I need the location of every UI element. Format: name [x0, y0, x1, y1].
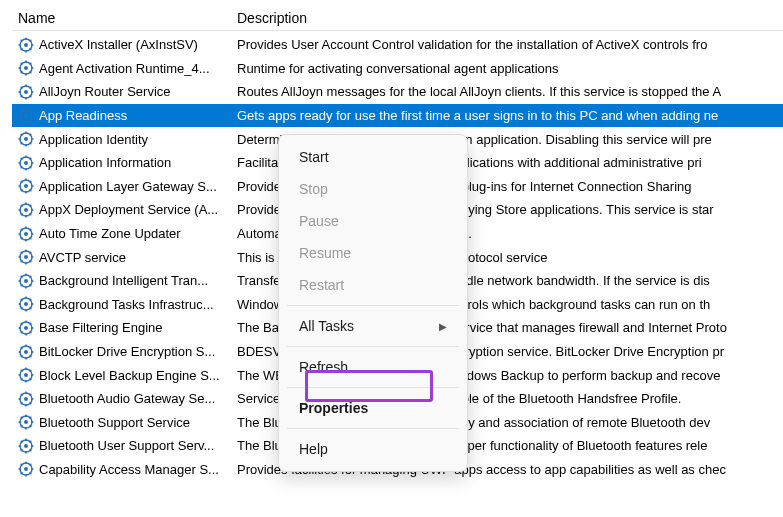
svg-point-81: [24, 232, 28, 236]
service-name-cell: Base Filtering Engine: [18, 320, 237, 336]
service-name-cell: Application Identity: [18, 131, 237, 147]
service-description-cell: Gets apps ready for use the first time a…: [237, 108, 783, 123]
service-name-cell: Block Level Backup Engine S...: [18, 367, 237, 383]
service-name-label: AVCTP service: [39, 250, 126, 265]
service-name-label: Application Identity: [39, 132, 148, 147]
context-menu: Start Stop Pause Resume Restart All Task…: [278, 134, 468, 472]
ctx-start[interactable]: Start: [279, 141, 467, 173]
ctx-all-tasks[interactable]: All Tasks ▶: [279, 310, 467, 342]
service-name-label: AppX Deployment Service (A...: [39, 202, 218, 217]
service-name-cell: AVCTP service: [18, 249, 237, 265]
gear-icon: [18, 60, 34, 76]
column-header-name[interactable]: Name: [12, 10, 237, 26]
service-name-cell: AppX Deployment Service (A...: [18, 202, 237, 218]
svg-point-21: [24, 90, 28, 94]
ctx-all-tasks-label: All Tasks: [299, 318, 354, 334]
service-name-cell: Bluetooth User Support Serv...: [18, 438, 237, 454]
service-name-label: Bluetooth User Support Serv...: [39, 438, 214, 453]
svg-point-111: [24, 302, 28, 306]
service-row[interactable]: Agent Activation Runtime_4...Runtime for…: [12, 57, 783, 81]
service-name-cell: Agent Activation Runtime_4...: [18, 60, 237, 76]
gear-icon: [18, 414, 34, 430]
service-name-label: Base Filtering Engine: [39, 320, 163, 335]
svg-point-71: [24, 208, 28, 212]
service-description-cell: Provides User Account Control validation…: [237, 37, 783, 52]
gear-icon: [18, 155, 34, 171]
service-name-label: Background Intelligent Tran...: [39, 273, 208, 288]
gear-icon: [18, 108, 34, 124]
service-description-cell: Routes AllJoyn messages for the local Al…: [237, 84, 783, 99]
ctx-properties[interactable]: Properties: [279, 392, 467, 424]
service-name-cell: ActiveX Installer (AxInstSV): [18, 37, 237, 53]
gear-icon: [18, 273, 34, 289]
service-name-cell: Application Layer Gateway S...: [18, 178, 237, 194]
gear-icon: [18, 461, 34, 477]
service-name-cell: Capability Access Manager S...: [18, 461, 237, 477]
svg-point-1: [24, 43, 28, 47]
svg-point-141: [24, 373, 28, 377]
column-headers: Name Description: [12, 10, 783, 31]
service-name-cell: Bluetooth Support Service: [18, 414, 237, 430]
service-name-label: Agent Activation Runtime_4...: [39, 61, 210, 76]
gear-icon: [18, 178, 34, 194]
service-name-cell: Background Intelligent Tran...: [18, 273, 237, 289]
gear-icon: [18, 344, 34, 360]
service-name-label: Bluetooth Audio Gateway Se...: [39, 391, 215, 406]
ctx-stop: Stop: [279, 173, 467, 205]
svg-point-101: [24, 279, 28, 283]
svg-point-131: [24, 350, 28, 354]
gear-icon: [18, 202, 34, 218]
svg-point-161: [24, 420, 28, 424]
gear-icon: [18, 226, 34, 242]
svg-point-31: [24, 114, 28, 118]
service-name-label: Capability Access Manager S...: [39, 462, 219, 477]
ctx-separator: [287, 346, 459, 347]
service-name-label: AllJoyn Router Service: [39, 84, 171, 99]
service-name-cell: Background Tasks Infrastruc...: [18, 296, 237, 312]
gear-icon: [18, 296, 34, 312]
gear-icon: [18, 391, 34, 407]
service-row[interactable]: App ReadinessGets apps ready for use the…: [12, 104, 783, 128]
service-name-label: Bluetooth Support Service: [39, 415, 190, 430]
service-name-cell: App Readiness: [18, 108, 237, 124]
ctx-pause: Pause: [279, 205, 467, 237]
service-name-cell: Auto Time Zone Updater: [18, 226, 237, 242]
ctx-separator: [287, 305, 459, 306]
service-name-label: Block Level Backup Engine S...: [39, 368, 220, 383]
ctx-resume: Resume: [279, 237, 467, 269]
service-name-label: App Readiness: [39, 108, 127, 123]
svg-point-181: [24, 467, 28, 471]
service-name-label: BitLocker Drive Encryption S...: [39, 344, 215, 359]
ctx-help[interactable]: Help: [279, 433, 467, 465]
svg-point-151: [24, 397, 28, 401]
gear-icon: [18, 131, 34, 147]
service-name-label: ActiveX Installer (AxInstSV): [39, 37, 198, 52]
chevron-right-icon: ▶: [439, 321, 447, 332]
gear-icon: [18, 249, 34, 265]
service-name-label: Auto Time Zone Updater: [39, 226, 181, 241]
svg-point-171: [24, 444, 28, 448]
service-name-label: Application Layer Gateway S...: [39, 179, 217, 194]
svg-point-51: [24, 161, 28, 165]
service-row[interactable]: ActiveX Installer (AxInstSV)Provides Use…: [12, 33, 783, 57]
column-header-description[interactable]: Description: [237, 10, 783, 26]
service-description-cell: Runtime for activating conversational ag…: [237, 61, 783, 76]
service-name-label: Application Information: [39, 155, 171, 170]
svg-point-121: [24, 326, 28, 330]
service-name-cell: AllJoyn Router Service: [18, 84, 237, 100]
service-name-label: Background Tasks Infrastruc...: [39, 297, 214, 312]
ctx-separator: [287, 387, 459, 388]
svg-point-41: [24, 137, 28, 141]
svg-point-11: [24, 66, 28, 70]
service-row[interactable]: AllJoyn Router ServiceRoutes AllJoyn mes…: [12, 80, 783, 104]
ctx-restart: Restart: [279, 269, 467, 301]
ctx-separator: [287, 428, 459, 429]
ctx-refresh[interactable]: Refresh: [279, 351, 467, 383]
svg-point-61: [24, 184, 28, 188]
gear-icon: [18, 37, 34, 53]
svg-point-91: [24, 255, 28, 259]
gear-icon: [18, 438, 34, 454]
gear-icon: [18, 320, 34, 336]
gear-icon: [18, 367, 34, 383]
service-name-cell: Application Information: [18, 155, 237, 171]
